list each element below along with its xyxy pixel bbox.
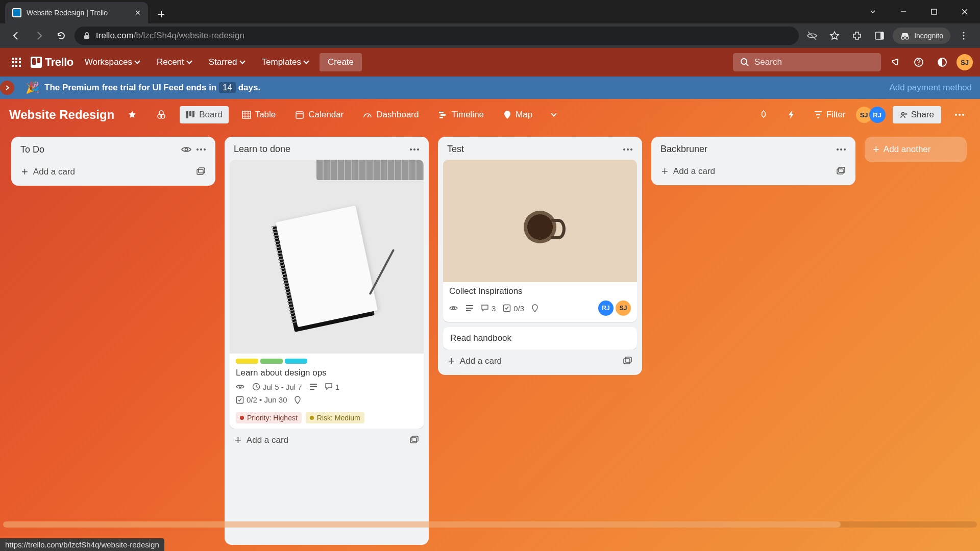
- board-title[interactable]: Website Redesign: [9, 108, 114, 122]
- share-button[interactable]: Share: [893, 106, 941, 123]
- incognito-eye-icon[interactable]: [803, 27, 821, 45]
- workspace-visibility-icon[interactable]: [150, 106, 173, 123]
- plus-icon: +: [873, 143, 879, 156]
- svg-rect-3: [880, 32, 884, 39]
- cf-risk: Risk: Medium: [306, 412, 364, 423]
- star-board-icon[interactable]: [121, 107, 143, 123]
- cover-keyboard: [316, 160, 424, 180]
- new-tab-button[interactable]: [152, 5, 170, 23]
- svg-point-38: [197, 148, 199, 151]
- card-learn-design-ops[interactable]: Learn about design ops Jul 5 - Jul 7 1 0…: [230, 160, 424, 429]
- list-title[interactable]: To Do: [20, 144, 177, 155]
- member-avatar[interactable]: RJ: [869, 107, 886, 123]
- close-tab-icon[interactable]: ✕: [135, 9, 141, 17]
- template-icon[interactable]: [836, 167, 845, 176]
- add-list-button[interactable]: + Add another: [865, 137, 967, 162]
- member-avatar[interactable]: SJ: [616, 300, 631, 316]
- svg-rect-26: [189, 111, 191, 116]
- view-table[interactable]: Table: [236, 106, 282, 123]
- svg-point-4: [901, 36, 904, 39]
- back-button[interactable]: [7, 27, 26, 45]
- template-icon[interactable]: [196, 167, 205, 177]
- extensions-icon[interactable]: [848, 27, 866, 45]
- label-yellow[interactable]: [236, 359, 258, 364]
- template-icon[interactable]: [409, 436, 419, 445]
- chevron-down-icon: [134, 58, 140, 64]
- svg-rect-14: [19, 61, 21, 63]
- template-icon[interactable]: [623, 357, 632, 366]
- automation-bolt-icon[interactable]: [781, 107, 801, 123]
- sidepanel-icon[interactable]: [870, 27, 889, 45]
- url-bar: trello.com/b/lzcfSh4q/website-redesign I…: [0, 23, 980, 48]
- svg-point-58: [837, 148, 839, 151]
- horizontal-scrollbar[interactable]: [3, 521, 977, 528]
- list-menu-icon[interactable]: [623, 148, 633, 151]
- create-button[interactable]: Create: [320, 53, 362, 71]
- add-payment-link[interactable]: Add payment method: [889, 83, 972, 93]
- add-card-button[interactable]: + Add a card: [16, 160, 210, 180]
- tab-search-icon[interactable]: [857, 0, 888, 23]
- add-card-button[interactable]: + Add a card: [443, 349, 637, 369]
- maximize-button[interactable]: [919, 0, 949, 23]
- member-avatar[interactable]: RJ: [598, 300, 614, 316]
- app-switcher-icon[interactable]: [7, 53, 26, 71]
- comments-badge: 1: [325, 383, 339, 391]
- add-card-button[interactable]: + Add a card: [230, 429, 424, 448]
- notifications-icon[interactable]: [886, 53, 904, 71]
- view-map[interactable]: Map: [497, 106, 538, 123]
- label-green[interactable]: [260, 359, 283, 364]
- view-timeline[interactable]: Timeline: [432, 106, 490, 123]
- list-menu-icon[interactable]: [836, 148, 846, 151]
- view-dashboard[interactable]: Dashboard: [357, 106, 425, 123]
- card-read-handbook[interactable]: Read handbook: [443, 327, 637, 349]
- user-avatar[interactable]: SJ: [957, 54, 973, 70]
- minimize-button[interactable]: [888, 0, 919, 23]
- card-members: RJ SJ: [598, 300, 631, 316]
- nav-starred[interactable]: Starred: [203, 53, 251, 71]
- forward-button[interactable]: [30, 27, 48, 45]
- view-calendar[interactable]: Calendar: [289, 106, 350, 123]
- watch-icon[interactable]: [181, 144, 192, 155]
- add-card-label: Add a card: [247, 435, 288, 445]
- powerups-rocket-icon[interactable]: [753, 107, 774, 123]
- description-badge: [309, 384, 317, 390]
- browser-menu-icon[interactable]: [954, 27, 973, 45]
- help-icon[interactable]: [910, 53, 928, 71]
- app-topnav: Trello Workspaces Recent Starred Templat…: [0, 48, 980, 77]
- list-title[interactable]: Learn to done: [234, 144, 405, 155]
- nav-workspaces[interactable]: Workspaces: [79, 53, 145, 71]
- browser-tab[interactable]: Website Redesign | Trello ✕: [5, 2, 148, 23]
- nav-recent[interactable]: Recent: [151, 53, 198, 71]
- list-menu-icon[interactable]: [196, 148, 206, 151]
- reload-button[interactable]: [52, 27, 70, 45]
- add-card-button[interactable]: + Add a card: [656, 160, 850, 179]
- description-badge: [465, 305, 474, 311]
- board-canvas[interactable]: To Do + Add a card Learn to done: [0, 131, 980, 551]
- card-labels[interactable]: [230, 354, 424, 364]
- svg-point-8: [963, 38, 965, 40]
- bookmark-star-icon[interactable]: [825, 27, 844, 45]
- label-teal[interactable]: [285, 359, 307, 364]
- close-window-button[interactable]: [949, 0, 980, 23]
- board-menu-icon[interactable]: [948, 110, 971, 120]
- more-views-icon[interactable]: [546, 110, 562, 119]
- card-collect-inspirations[interactable]: Collect Inspirations 3 0/3 RJ SJ: [443, 160, 637, 322]
- list-title[interactable]: Test: [447, 144, 619, 155]
- window-controls: [857, 0, 980, 23]
- theme-icon[interactable]: [933, 53, 951, 71]
- nav-templates[interactable]: Templates: [256, 53, 314, 71]
- svg-point-18: [741, 59, 747, 64]
- filter-button[interactable]: Filter: [808, 106, 852, 123]
- incognito-badge[interactable]: Incognito: [893, 28, 950, 44]
- expand-sidebar-icon[interactable]: [0, 81, 14, 95]
- address-bar[interactable]: trello.com/b/lzcfSh4q/website-redesign: [75, 27, 799, 45]
- view-board[interactable]: Board: [180, 106, 228, 123]
- board-members[interactable]: SJ RJ: [859, 107, 886, 123]
- list-menu-icon[interactable]: [409, 148, 420, 151]
- svg-rect-12: [12, 61, 14, 63]
- search-input[interactable]: [754, 57, 863, 67]
- trello-logo[interactable]: Trello: [31, 56, 74, 69]
- list-title[interactable]: Backbruner: [660, 144, 832, 155]
- search-box[interactable]: [733, 53, 881, 71]
- scrollbar-thumb[interactable]: [3, 521, 841, 528]
